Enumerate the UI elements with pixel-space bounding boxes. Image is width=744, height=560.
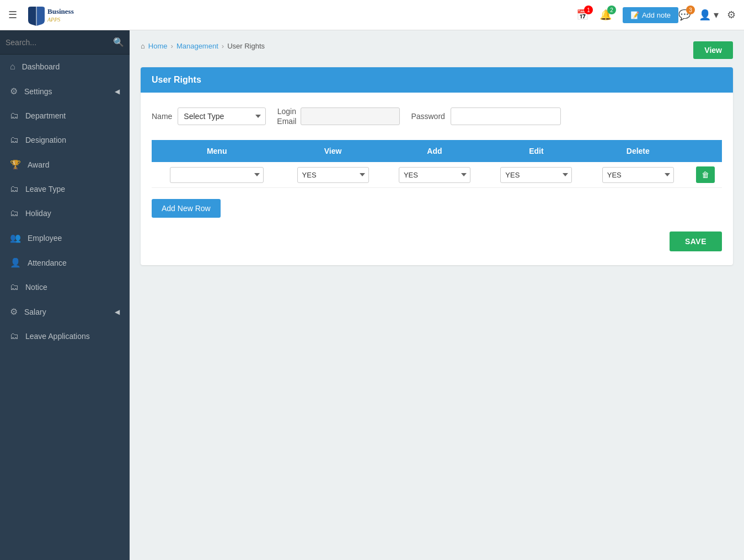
sidebar: 🔍 ⌂ Dashboard ⚙ Settings ◀ 🗂 Department … bbox=[0, 30, 130, 560]
main-layout: 🔍 ⌂ Dashboard ⚙ Settings ◀ 🗂 Department … bbox=[0, 30, 744, 560]
holiday-icon: 🗂 bbox=[10, 208, 19, 218]
sidebar-item-label: Leave Type bbox=[25, 185, 120, 193]
menu-cell bbox=[152, 162, 282, 188]
sidebar-item-holiday[interactable]: 🗂 Holiday bbox=[0, 201, 130, 225]
sidebar-item-leave-applications[interactable]: 🗂 Leave Applications bbox=[0, 324, 130, 348]
designation-icon: 🗂 bbox=[10, 135, 19, 145]
notice-icon: 🗂 bbox=[10, 282, 19, 292]
col-menu: Menu bbox=[152, 140, 282, 162]
logo: Business APPS bbox=[25, 4, 92, 26]
form-row: Name Select Type LoginEmail Password bbox=[152, 106, 722, 126]
delete-cell: YES NO bbox=[587, 162, 689, 188]
svg-text:Business: Business bbox=[47, 7, 74, 15]
breadcrumb-current: User Rights bbox=[227, 42, 265, 50]
name-label: Name bbox=[152, 112, 172, 121]
rights-table: Menu View Add Edit Delete bbox=[152, 140, 722, 188]
view-button[interactable]: View bbox=[693, 41, 733, 59]
sidebar-item-award[interactable]: 🏆 Award bbox=[0, 152, 130, 177]
view-cell: YES NO bbox=[282, 162, 383, 188]
table-header: Menu View Add Edit Delete bbox=[152, 140, 722, 162]
user-rights-card: User Rights Name Select Type LoginEmail bbox=[141, 67, 733, 265]
breadcrumb-home[interactable]: Home bbox=[148, 42, 168, 50]
col-edit: Edit bbox=[485, 140, 587, 162]
edit-cell: YES NO bbox=[485, 162, 587, 188]
breadcrumb-management[interactable]: Management bbox=[176, 42, 218, 50]
add-new-row-button[interactable]: Add New Row bbox=[152, 199, 221, 218]
sidebar-item-designation[interactable]: 🗂 Designation bbox=[0, 128, 130, 152]
sidebar-item-label: Award bbox=[28, 160, 120, 169]
save-button[interactable]: SAVE bbox=[670, 231, 722, 251]
search-box: 🔍 bbox=[0, 30, 130, 55]
login-email-label: LoginEmail bbox=[277, 106, 296, 126]
calendar-badge: 1 bbox=[584, 6, 593, 14]
delete-select[interactable]: YES NO bbox=[602, 167, 674, 183]
breadcrumb: ⌂ Home › Management › User Rights bbox=[141, 42, 265, 50]
sidebar-item-label: Designation bbox=[25, 136, 120, 144]
sidebar-item-leave-type[interactable]: 🗂 Leave Type bbox=[0, 177, 130, 201]
col-add: Add bbox=[384, 140, 485, 162]
sidebar-item-notice[interactable]: 🗂 Notice bbox=[0, 275, 130, 299]
chat-icon[interactable]: 💬 3 bbox=[678, 9, 691, 21]
user-icon[interactable]: 👤 ▾ bbox=[699, 9, 719, 21]
employee-icon: 👥 bbox=[10, 233, 21, 243]
attendance-icon: 👤 bbox=[10, 257, 21, 268]
col-action bbox=[689, 140, 722, 162]
login-email-input[interactable] bbox=[301, 107, 400, 125]
home-icon: ⌂ bbox=[141, 42, 145, 50]
name-group: Name Select Type bbox=[152, 107, 266, 125]
search-input[interactable] bbox=[6, 38, 109, 47]
add-note-button[interactable]: 📝 Add note bbox=[623, 7, 678, 23]
card-title: User Rights bbox=[152, 75, 201, 84]
topbar: ☰ Business APPS 📅 1 🔔 2 📝 Add note bbox=[0, 0, 744, 30]
col-delete: Delete bbox=[587, 140, 689, 162]
sidebar-item-label: Leave Applications bbox=[25, 332, 120, 341]
leave-type-icon: 🗂 bbox=[10, 184, 19, 194]
row-delete-button[interactable]: 🗑 bbox=[696, 166, 715, 183]
bell-badge: 2 bbox=[607, 6, 616, 14]
save-row: SAVE bbox=[152, 231, 722, 251]
sidebar-item-label: Salary bbox=[24, 308, 108, 316]
view-select[interactable]: YES NO bbox=[297, 167, 369, 183]
breadcrumb-sep2: › bbox=[222, 42, 224, 50]
sidebar-item-label: Dashboard bbox=[22, 62, 120, 71]
sidebar-item-label: Notice bbox=[25, 283, 120, 292]
sidebar-item-label: Attendance bbox=[28, 259, 120, 267]
password-input[interactable] bbox=[451, 107, 561, 125]
table-body: YES NO YES NO bbox=[152, 162, 722, 188]
sidebar-item-salary[interactable]: ⚙ Salary ◀ bbox=[0, 299, 130, 324]
sidebar-item-label: Department bbox=[25, 111, 120, 120]
edit-select[interactable]: YES NO bbox=[500, 167, 572, 183]
table-row: YES NO YES NO bbox=[152, 162, 722, 188]
password-label: Password bbox=[411, 112, 445, 121]
select-type-dropdown[interactable]: Select Type bbox=[178, 107, 266, 125]
menu-select[interactable] bbox=[170, 167, 264, 183]
search-icon[interactable]: 🔍 bbox=[113, 37, 124, 47]
chat-badge: 3 bbox=[686, 6, 695, 14]
sidebar-item-settings[interactable]: ⚙ Settings ◀ bbox=[0, 79, 130, 104]
sidebar-item-attendance[interactable]: 👤 Attendance bbox=[0, 250, 130, 275]
password-group: Password bbox=[411, 107, 560, 125]
col-view: View bbox=[282, 140, 383, 162]
sidebar-item-dashboard[interactable]: ⌂ Dashboard bbox=[0, 55, 130, 79]
leave-applications-icon: 🗂 bbox=[10, 331, 19, 341]
salary-icon: ⚙ bbox=[10, 306, 18, 317]
content-area: ⌂ Home › Management › User Rights View U… bbox=[130, 30, 744, 560]
card-body: Name Select Type LoginEmail Password bbox=[141, 93, 733, 265]
calendar-icon[interactable]: 📅 1 bbox=[576, 9, 588, 21]
add-select[interactable]: YES NO bbox=[399, 167, 470, 183]
gear-icon[interactable]: ⚙ bbox=[727, 9, 736, 21]
hamburger-icon[interactable]: ☰ bbox=[8, 9, 17, 21]
settings-icon: ⚙ bbox=[10, 86, 18, 96]
svg-text:APPS: APPS bbox=[47, 17, 60, 23]
settings-arrow-icon: ◀ bbox=[115, 88, 120, 95]
sidebar-nav: ⌂ Dashboard ⚙ Settings ◀ 🗂 Department 🗂 … bbox=[0, 55, 130, 560]
bell-icon[interactable]: 🔔 2 bbox=[600, 9, 612, 21]
breadcrumb-sep1: › bbox=[171, 42, 173, 50]
sidebar-item-department[interactable]: 🗂 Department bbox=[0, 104, 130, 128]
sidebar-item-employee[interactable]: 👥 Employee bbox=[0, 225, 130, 250]
action-cell: 🗑 bbox=[689, 162, 722, 188]
breadcrumb-row: ⌂ Home › Management › User Rights View bbox=[141, 41, 733, 59]
salary-arrow-icon: ◀ bbox=[115, 308, 120, 316]
department-icon: 🗂 bbox=[10, 111, 19, 121]
award-icon: 🏆 bbox=[10, 159, 21, 170]
